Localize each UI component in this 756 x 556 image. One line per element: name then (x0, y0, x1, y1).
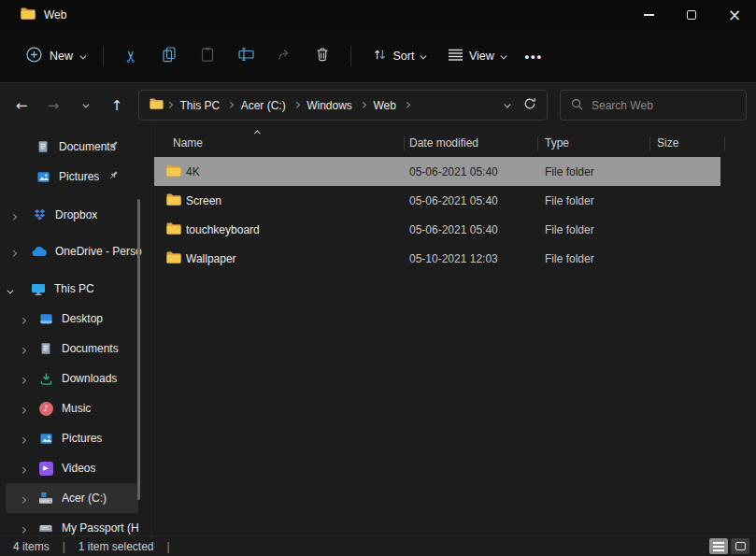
forward-button[interactable]: → (37, 90, 69, 121)
delete-button[interactable] (304, 39, 342, 73)
new-button[interactable]: New (17, 39, 94, 73)
sidebar-item-documents-pinned[interactable]: Documents (0, 132, 151, 162)
folder-icon (21, 7, 36, 23)
sidebar-item-videos[interactable]: ▶ Videos (0, 453, 151, 483)
column-divider[interactable] (649, 136, 650, 150)
file-row-4k[interactable]: 4K 05-06-2021 05:40 File folder (154, 157, 720, 186)
chevron-right-icon[interactable] (20, 407, 25, 413)
folder-icon (166, 222, 181, 237)
recent-locations-button[interactable] (69, 90, 101, 121)
chevron-right-icon[interactable] (10, 250, 16, 256)
column-header-type[interactable]: Type (545, 136, 569, 150)
view-toggle-group (709, 538, 749, 554)
share-button[interactable] (265, 39, 304, 73)
chevron-right-icon[interactable] (20, 437, 25, 443)
close-button[interactable]: × (713, 0, 756, 30)
breadcrumb-windows[interactable]: Windows (302, 99, 357, 112)
rename-button[interactable] (227, 39, 265, 73)
item-count: 4 items (13, 540, 50, 553)
sidebar-item-documents[interactable]: Documents (0, 334, 151, 364)
chevron-right-icon[interactable] (20, 527, 25, 533)
back-button[interactable]: ← (6, 90, 37, 121)
column-header-date-modified[interactable]: Date modified (409, 136, 478, 150)
sidebar-item-label: This PC (54, 282, 94, 295)
search-box[interactable] (560, 90, 747, 121)
chevron-down-icon[interactable] (7, 287, 13, 292)
copy-button[interactable] (150, 39, 189, 73)
sort-button-label: Sort (393, 50, 415, 63)
status-divider: | (167, 540, 170, 553)
sidebar-item-my-passport[interactable]: My Passport (H (0, 513, 151, 535)
view-button[interactable]: View (438, 39, 515, 73)
sidebar-item-downloads[interactable]: Downloads (0, 364, 151, 393)
sidebar-item-onedrive[interactable]: OneDrive - Perso (0, 236, 151, 266)
sidebar-item-desktop[interactable]: Desktop (0, 304, 151, 334)
window-title: Web (44, 8, 66, 21)
close-icon: × (728, 7, 741, 23)
chevron-right-icon[interactable] (20, 467, 25, 473)
sort-button[interactable]: Sort (363, 39, 435, 73)
chevron-down-icon (421, 52, 426, 58)
chevron-right-icon[interactable] (20, 348, 25, 353)
plus-circle-icon (26, 47, 42, 65)
pin-icon (107, 169, 120, 184)
chevron-right-icon (293, 102, 299, 107)
maximize-icon (687, 10, 696, 20)
column-divider[interactable] (724, 136, 725, 150)
view-button-label: View (469, 50, 494, 63)
play-glyph: ▶ (43, 464, 48, 472)
details-view-button[interactable] (709, 538, 728, 554)
column-header-size[interactable]: Size (657, 136, 678, 150)
column-divider[interactable] (537, 136, 538, 150)
rename-icon (238, 47, 254, 65)
address-dropdown-chevron-icon[interactable] (504, 102, 509, 107)
refresh-button[interactable] (523, 97, 536, 113)
sidebar-item-this-pc[interactable]: This PC (0, 274, 151, 304)
see-more-button[interactable]: ••• (515, 39, 552, 73)
sidebar-item-label: Pictures (59, 170, 99, 183)
sidebar-item-label: Videos (62, 462, 95, 475)
sidebar-item-acer-c[interactable]: Acer (C:) (6, 483, 138, 513)
chevron-right-icon[interactable] (10, 214, 16, 220)
up-button[interactable]: ↑ (101, 90, 133, 121)
chevron-right-icon (360, 102, 365, 107)
chevron-down-icon (501, 52, 506, 58)
file-row-wallpaper[interactable]: Wallpaper 05-10-2021 12:03 File folder (154, 244, 720, 273)
breadcrumb-acer-c[interactable]: Acer (C:) (236, 99, 291, 112)
sidebar-item-dropbox[interactable]: Dropbox (0, 200, 151, 230)
chevron-right-icon[interactable] (20, 378, 25, 383)
navigation-bar: ← → ↑ This PC Acer (C:) Windows Web (0, 84, 756, 126)
file-date-modified: 05-06-2021 05:40 (409, 165, 498, 178)
sidebar-scrollbar[interactable] (137, 199, 140, 500)
minimize-button[interactable] (627, 0, 670, 30)
chevron-right-icon[interactable] (20, 318, 25, 323)
sidebar-item-music[interactable]: ♪ Music (0, 393, 151, 423)
command-toolbar: New ✂ (0, 30, 756, 83)
large-icons-view-button[interactable] (731, 538, 749, 554)
maximize-button[interactable] (670, 0, 713, 30)
system-drive-icon (38, 491, 53, 506)
address-bar[interactable]: This PC Acer (C:) Windows Web (138, 90, 548, 121)
onedrive-cloud-icon (32, 244, 47, 259)
chevron-down-icon (83, 102, 89, 107)
file-name: Screen (186, 194, 221, 207)
sidebar-item-pictures[interactable]: Pictures (0, 423, 151, 453)
file-row-touchkeyboard[interactable]: touchkeyboard 05-06-2021 05:40 File fold… (154, 215, 720, 244)
cut-icon: ✂ (123, 50, 139, 63)
sidebar-item-pictures-pinned[interactable]: Pictures (0, 162, 151, 192)
toolbar-divider (350, 46, 351, 66)
search-input[interactable] (592, 99, 727, 112)
navigation-pane: Documents Pictures Dropbox (0, 126, 151, 535)
paste-button[interactable] (189, 39, 227, 73)
column-header-name[interactable]: Name (173, 136, 203, 150)
toolbar-divider (103, 46, 104, 66)
file-row-screen[interactable]: Screen 05-06-2021 05:40 File folder (154, 186, 720, 215)
new-button-label: New (50, 50, 73, 63)
cut-button[interactable]: ✂ (112, 39, 150, 73)
breadcrumb-this-pc[interactable]: This PC (176, 99, 225, 112)
breadcrumb-web[interactable]: Web (368, 99, 400, 112)
file-list-pane: Name Date modified Type Size 4K 05-06-20… (152, 126, 756, 535)
chevron-right-icon[interactable] (20, 497, 25, 503)
column-divider[interactable] (404, 136, 405, 150)
copy-icon (162, 47, 177, 66)
